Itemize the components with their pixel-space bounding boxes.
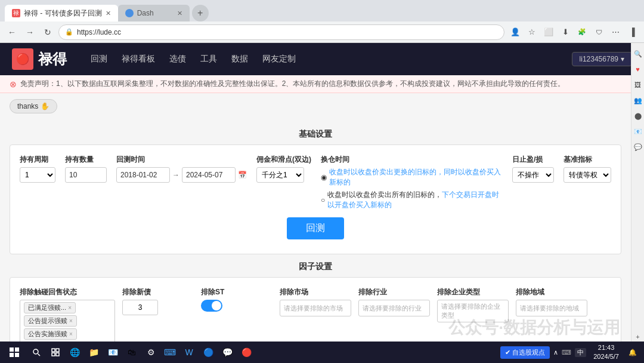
notifications-icon[interactable]: 🔔 [626,349,639,356]
lang-indicator[interactable]: 中 [575,348,586,357]
exclude-st-toggle[interactable] [201,300,222,312]
extension1-icon[interactable]: 🧩 [575,25,589,39]
backtest-time-group: 回测时间 → 📅 [116,155,247,183]
sidebar-image-icon[interactable]: 🖼 [633,80,643,90]
taskbar-mail-icon[interactable]: 📧 [104,343,122,362]
commission-select[interactable]: 千分之1千分之2 [256,167,304,183]
sidebar-star-icon[interactable]: ♥ [633,64,643,74]
add-tab-button[interactable]: + [192,5,209,21]
exclude-region-label: 排除地域 [516,287,587,297]
star-icon[interactable]: ☆ [525,25,539,39]
disclaimer-text: 免责声明：1、以下数据由互联网采集整理，不对数据的准确性及完整性做出保证。2、本… [20,79,565,89]
trade-option-1-text: 收盘时以收盘价卖出更换的旧标的，同时以收盘价买入新标的 [329,167,503,187]
svg-rect-8 [52,353,55,356]
tab-group-icon[interactable]: ⬜ [541,25,556,39]
thanks-button[interactable]: thanks ✋ [10,99,57,113]
daily-limit-select[interactable]: 不操作 [512,167,554,183]
back-button[interactable]: ← [5,25,19,39]
tag-3[interactable]: 公告实施强赎× [24,328,77,340]
refresh-button[interactable]: ↻ [41,25,55,39]
start-button[interactable] [2,343,26,362]
taskbar-search-icon[interactable] [27,343,45,362]
more-icon[interactable]: ⋯ [608,25,623,39]
nav-item-select[interactable]: 选债 [169,54,186,64]
nav-item-board[interactable]: 禄得看板 [122,54,155,64]
run-backtest-button[interactable]: 回测 [287,217,344,239]
exclude-market-group: 排除市场 请选择要排除的市场 [280,287,351,316]
exclude-company-group: 排除企业类型 请选择要排除的企业类型 [437,287,509,322]
taskbar-vscode-icon[interactable]: ⌨ [161,343,179,362]
sidebar-teams-icon[interactable]: 💬 [633,142,643,152]
address-bar[interactable]: 🔒 https://lude.cc [58,24,504,40]
url-text: https://lude.cc [77,28,121,36]
svg-rect-2 [10,353,14,357]
hold-period-select[interactable]: 1235 [20,167,55,183]
exclude-st-label: 排除ST [201,287,273,297]
date-end-input[interactable] [182,167,236,183]
backtest-time-label: 回测时间 [116,155,247,165]
factor-settings-title: 因子设置 [10,262,621,272]
exclude-region-placeholder: 请选择要排除的地域 [520,304,579,313]
taskbar-settings-icon[interactable]: ⚙ [142,343,160,362]
keyboard-icon[interactable]: ⌨ [562,349,571,356]
trade-option-1[interactable]: ◉ 收盘时以收盘价卖出更换的旧标的，同时以收盘价买入新标的 [321,167,503,187]
base-index-label: 基准指标 [564,155,611,165]
taskbar-app-icon[interactable]: 🔴 [237,343,255,362]
hold-quantity-input[interactable] [65,167,107,183]
download-icon[interactable]: ⬇ [558,25,572,39]
exclude-st-group: 排除ST [201,287,273,312]
disclaimer-bar: ⊗ 免责声明：1、以下数据由互联网采集整理，不对数据的准确性及完整性做出保证。2… [0,75,644,93]
tab2-favicon [125,9,134,17]
sidebar-outlook-icon[interactable]: 📧 [633,127,643,136]
inactive-tab[interactable]: Dash ✕ [118,5,190,21]
active-tab-title: 禄得 - 可转债多因子回测 [24,8,102,19]
trade-option-2[interactable]: ○ 收盘时以收盘价卖出所有的旧标的，下个交易日开盘时以开盘价买入新标的 [321,190,503,210]
taskbar-edge-icon[interactable]: 🌐 [66,343,83,362]
close-tab2-icon[interactable]: ✕ [177,10,182,17]
taskbar-chrome-icon[interactable]: 🔵 [199,343,217,362]
calendar-icon[interactable]: 📅 [238,171,247,179]
exclude-new-input[interactable] [122,300,158,315]
user-button[interactable]: li123456789 ▾ [572,52,632,66]
exclude-region-input[interactable]: 请选择要排除的地域 [516,300,587,316]
sidebar-search-icon[interactable]: 🔍 [633,49,643,59]
close-tab-icon[interactable]: ✕ [106,10,111,17]
sidebar-circle-icon[interactable]: ⬤ [633,111,643,121]
sidebar-add-icon[interactable]: + [633,332,643,342]
trade-time-options: ◉ 收盘时以收盘价卖出更换的旧标的，同时以收盘价买入新标的 ○ 收盘时以收盘价卖… [321,167,503,210]
exclude-company-input[interactable]: 请选择要排除的企业类型 [437,300,509,322]
taskbar-word-icon[interactable]: W [180,343,198,362]
main-content: 基础设置 持有周期 1235 持有数量 回测时间 [0,119,631,363]
exclude-industry-label: 排除行业 [358,287,430,297]
sidebar-toggle-icon[interactable]: ▐ [625,25,639,39]
svg-rect-3 [15,353,19,357]
pinned-stocks-button[interactable]: ✔ 自选股观点 [500,346,550,359]
base-index-select[interactable]: 转债等权 [564,167,611,183]
taskbar-explorer-icon[interactable]: 📁 [85,343,103,362]
nav-item-backtest[interactable]: 回测 [91,54,107,64]
tag-2[interactable]: 公告提示强赎× [24,315,77,327]
extension2-icon[interactable]: 🛡 [592,25,606,39]
tag-1[interactable]: 已满足强赎...× [24,302,76,313]
disclaimer-icon: ⊗ [10,79,17,89]
sidebar-user-icon[interactable]: 👥 [633,96,643,105]
exclude-market-input[interactable]: 请选择要排除的市场 [280,300,351,316]
date-arrow-icon: → [172,171,179,179]
nav-item-tools[interactable]: 工具 [200,54,217,64]
forward-button[interactable]: → [23,25,37,39]
date-start-input[interactable] [116,167,170,183]
active-tab[interactable]: 禄 禄得 - 可转债多因子回测 ✕ [5,5,118,21]
expand-tray-icon[interactable]: ∧ [553,349,558,356]
exclude-new-group: 排除新债 [122,287,194,315]
svg-rect-1 [15,347,19,352]
nav-item-custom[interactable]: 网友定制 [262,54,296,64]
taskbar-wechat-icon[interactable]: 💬 [218,343,236,362]
taskbar-taskview-icon[interactable] [47,343,64,362]
exclude-industry-input[interactable]: 请选择要排除的行业 [358,300,430,316]
profile-icon[interactable]: 👤 [508,25,522,39]
nav-item-data[interactable]: 数据 [231,54,248,64]
taskbar-store-icon[interactable]: 🛍 [123,343,141,362]
svg-rect-9 [56,353,59,356]
right-sidebar: 🔍 ♥ 🖼 👥 ⬤ 📧 💬 + ⚙ [631,43,644,363]
svg-rect-7 [56,349,59,352]
